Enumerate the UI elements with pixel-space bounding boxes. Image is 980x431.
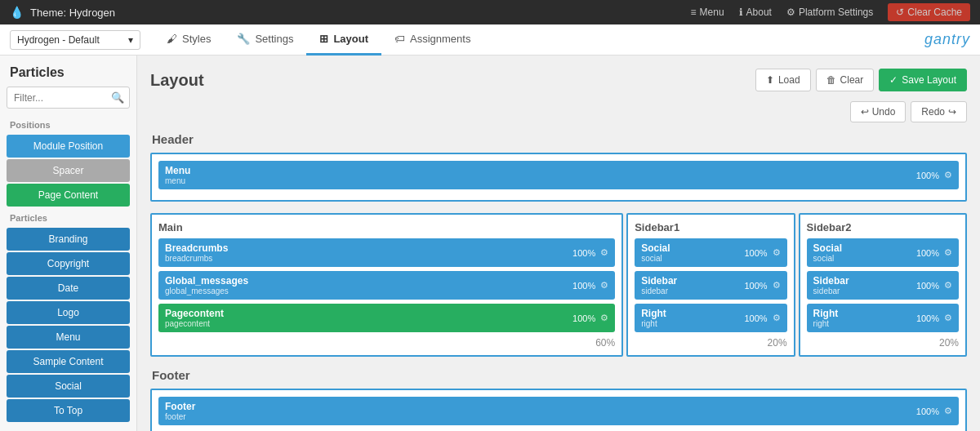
refresh-icon: ↺ xyxy=(896,7,904,18)
main-column: Main Breadcrumbs breadcrumbs 100% ⚙ xyxy=(150,213,623,357)
logo-button[interactable]: Logo xyxy=(7,301,130,324)
check-icon: ✓ xyxy=(889,74,898,86)
layout-header-row: Layout ⬆ Load 🗑 Clear ✓ Save Layout xyxy=(150,69,967,91)
sidebar1-right-widget[interactable]: Right right 100% ⚙ xyxy=(635,304,786,332)
trash-icon: 🗑 xyxy=(826,74,836,86)
sidebar1-social-gear[interactable]: ⚙ xyxy=(773,247,781,258)
info-icon: ℹ xyxy=(739,7,743,18)
theme-select[interactable]: Hydrogen - Default ▾ xyxy=(10,30,140,50)
wrench-icon: 🔧 xyxy=(237,33,250,45)
main-column-title: Main xyxy=(158,221,615,233)
tab-assignments[interactable]: 🏷 Assignments xyxy=(381,24,483,56)
search-icon: 🔍 xyxy=(106,87,129,108)
platform-settings-nav[interactable]: ⚙ Platform Settings xyxy=(786,7,873,18)
layout-title: Layout xyxy=(150,71,204,90)
filter-input[interactable] xyxy=(7,88,106,108)
header-section: Header Menu menu 100% ⚙ xyxy=(150,132,967,202)
sidebar1-social-widget[interactable]: Social social 100% ⚙ xyxy=(635,238,786,267)
positions-label: Positions xyxy=(0,115,136,133)
menu-widget-gear[interactable]: ⚙ xyxy=(944,170,952,180)
menu-button[interactable]: Menu xyxy=(7,326,130,349)
to-top-button[interactable]: To Top xyxy=(7,399,130,422)
main-sidebar-section: Main Breadcrumbs breadcrumbs 100% ⚙ xyxy=(150,213,967,357)
menu-nav[interactable]: ≡ Menu xyxy=(691,7,724,18)
sidebar2-social-gear[interactable]: ⚙ xyxy=(944,247,952,258)
particles-label: Particles xyxy=(0,208,136,226)
sidebar2-social-widget[interactable]: Social social 100% ⚙ xyxy=(807,238,959,267)
sidebar2-right-widget[interactable]: Right right 100% ⚙ xyxy=(807,304,959,332)
sidebar1-sidebar-widget[interactable]: Sidebar sidebar 100% ⚙ xyxy=(635,271,786,300)
undo-icon: ↩ xyxy=(861,106,869,118)
styles-icon: 🖌 xyxy=(167,33,177,45)
content-area: Layout ⬆ Load 🗑 Clear ✓ Save Layout ↩ xyxy=(137,56,980,431)
footer-section: Footer Footer footer 100% ⚙ xyxy=(150,368,967,431)
branding-button[interactable]: Branding xyxy=(7,228,130,251)
header-section-title: Header xyxy=(150,132,967,146)
layout-icon: ⊞ xyxy=(319,33,328,45)
filter-bar: 🔍 xyxy=(7,87,130,109)
top-bar-right: ≡ Menu ℹ About ⚙ Platform Settings ↺ Cle… xyxy=(691,3,970,21)
tab-settings[interactable]: 🔧 Settings xyxy=(224,24,306,56)
global-messages-widget[interactable]: Global_messages global_messages 100% ⚙ xyxy=(158,271,615,300)
gantry-logo: gantry xyxy=(924,31,970,48)
pagecontent-widget[interactable]: Pagecontent pagecontent 100% ⚙ xyxy=(158,304,615,332)
top-bar-left: 💧 Theme: Hydrogen xyxy=(10,6,115,19)
theme-icon: 💧 xyxy=(10,6,24,19)
menu-widget[interactable]: Menu menu 100% ⚙ xyxy=(158,161,959,189)
sidebar1-title: Sidebar1 xyxy=(635,221,786,233)
main-percent: 60% xyxy=(158,337,615,349)
sidebar2-right-gear[interactable]: ⚙ xyxy=(944,313,952,323)
footer-widget-gear[interactable]: ⚙ xyxy=(944,406,952,416)
about-nav[interactable]: ℹ About xyxy=(739,7,772,18)
clear-button[interactable]: 🗑 Clear xyxy=(816,69,875,91)
load-button[interactable]: ⬆ Load xyxy=(755,69,811,91)
sidebar2-sidebar-widget[interactable]: Sidebar sidebar 100% ⚙ xyxy=(807,271,959,300)
breadcrumbs-gear[interactable]: ⚙ xyxy=(600,247,608,258)
sample-content-button[interactable]: Sample Content xyxy=(7,350,130,373)
tag-icon: 🏷 xyxy=(394,33,405,45)
atoms-label: Atoms xyxy=(0,425,136,431)
particles-panel: Particles 🔍 Positions Module Position Sp… xyxy=(0,56,137,431)
social-button[interactable]: Social xyxy=(7,375,130,398)
breadcrumbs-widget[interactable]: Breadcrumbs breadcrumbs 100% ⚙ xyxy=(158,238,615,267)
date-button[interactable]: Date xyxy=(7,277,130,300)
theme-label: Theme: Hydrogen xyxy=(30,7,115,19)
sidebar2-title: Sidebar2 xyxy=(807,221,959,233)
settings-icon: ⚙ xyxy=(786,7,795,18)
footer-widget[interactable]: Footer footer 100% ⚙ xyxy=(158,397,959,425)
page-content-button[interactable]: Page Content xyxy=(7,184,130,207)
sidebar2-column: Sidebar2 Social social 100% ⚙ Si xyxy=(799,213,967,357)
undo-redo-row: ↩ Undo Redo ↪ xyxy=(150,101,967,122)
global-messages-gear[interactable]: ⚙ xyxy=(600,280,608,291)
sidebar2-percent: 20% xyxy=(807,337,959,349)
main-layout: Particles 🔍 Positions Module Position Sp… xyxy=(0,56,980,431)
spacer-button[interactable]: Spacer xyxy=(7,159,130,182)
copyright-button[interactable]: Copyright xyxy=(7,252,130,275)
sidebar1-sidebar-gear[interactable]: ⚙ xyxy=(773,280,781,291)
sub-bar: Hydrogen - Default ▾ 🖌 Styles 🔧 Settings… xyxy=(0,24,980,56)
tab-styles[interactable]: 🖌 Styles xyxy=(154,24,224,56)
upload-icon: ⬆ xyxy=(766,74,774,86)
menu-icon: ≡ xyxy=(691,7,697,18)
pagecontent-gear[interactable]: ⚙ xyxy=(600,313,608,323)
header-full-width: Menu menu 100% ⚙ xyxy=(150,153,967,202)
tab-nav: 🖌 Styles 🔧 Settings ⊞ Layout 🏷 Assignmen… xyxy=(154,24,483,56)
sidebar1-column: Sidebar1 Social social 100% ⚙ Si xyxy=(626,213,795,357)
footer-section-title: Footer xyxy=(150,368,967,382)
save-layout-button[interactable]: ✓ Save Layout xyxy=(879,69,967,91)
sidebar1-percent: 20% xyxy=(635,337,786,349)
chevron-down-icon: ▾ xyxy=(128,34,133,46)
main-columns: Main Breadcrumbs breadcrumbs 100% ⚙ xyxy=(150,213,967,357)
redo-button[interactable]: Redo ↪ xyxy=(911,101,967,122)
redo-icon: ↪ xyxy=(948,106,956,118)
action-buttons: ⬆ Load 🗑 Clear ✓ Save Layout xyxy=(755,69,967,91)
module-position-button[interactable]: Module Position xyxy=(7,135,130,158)
footer-full-width: Footer footer 100% ⚙ xyxy=(150,389,967,431)
tab-layout[interactable]: ⊞ Layout xyxy=(306,24,381,56)
sub-bar-left: Hydrogen - Default ▾ 🖌 Styles 🔧 Settings… xyxy=(10,24,483,56)
clear-cache-button[interactable]: ↺ Clear Cache xyxy=(888,3,970,21)
sidebar1-right-gear[interactable]: ⚙ xyxy=(773,313,781,323)
sidebar2-sidebar-gear[interactable]: ⚙ xyxy=(944,280,952,291)
particles-panel-title: Particles xyxy=(0,56,136,87)
undo-button[interactable]: ↩ Undo xyxy=(850,101,906,122)
